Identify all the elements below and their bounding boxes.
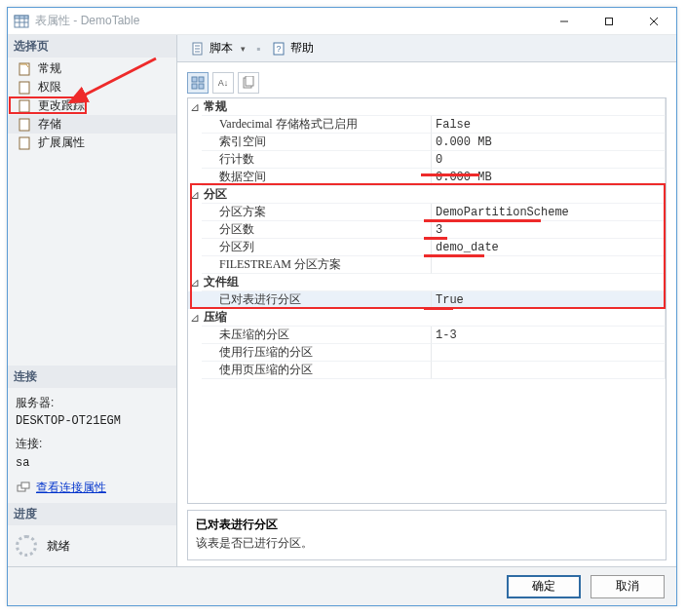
prop-value <box>432 344 666 362</box>
svg-text:?: ? <box>277 44 282 54</box>
cat-filegroup: 文件组 <box>202 274 666 291</box>
desc-text: 该表是否已进行分区。 <box>196 535 658 552</box>
sidebar-item-general[interactable]: 常规 <box>8 59 176 78</box>
prop-label: 未压缩的分区 <box>202 327 432 344</box>
svg-rect-13 <box>19 137 29 149</box>
prop-label: FILESTREAM 分区方案 <box>202 256 432 274</box>
prop-value <box>432 362 666 379</box>
sidebar-item-changetracking[interactable]: 更改跟踪 <box>8 96 176 115</box>
svg-rect-1 <box>15 16 28 19</box>
page-icon <box>18 98 33 114</box>
close-button[interactable] <box>631 8 676 35</box>
page-icon <box>18 117 33 133</box>
prop-label: 数据空间 <box>202 169 432 186</box>
expand-toggle[interactable]: ⊿ <box>188 311 202 325</box>
propgrid-toolbar: A↓ <box>187 72 667 94</box>
ok-button[interactable]: 确定 <box>507 575 581 598</box>
prop-value: 3 <box>432 221 666 239</box>
alpha-sort-button[interactable]: A↓ <box>212 72 234 94</box>
prop-value: 0.000 MB <box>432 169 666 186</box>
prop-label: 行计数 <box>202 151 432 169</box>
sidebar-header-select: 选择页 <box>8 35 176 58</box>
main-panel: 脚本 ▪ ? 帮助 A↓ ⊿常规 Vardecimal 存储格式已启用False <box>177 35 676 566</box>
minimize-button[interactable] <box>542 8 587 35</box>
property-description: 已对表进行分区 该表是否已进行分区。 <box>187 510 667 560</box>
categorized-view-button[interactable] <box>187 72 209 94</box>
svg-rect-19 <box>192 77 197 82</box>
table-icon <box>14 14 29 29</box>
sidebar-header-progress: 进度 <box>8 503 176 525</box>
prop-value: DemoPartitionScheme <box>432 204 666 221</box>
svg-rect-10 <box>19 82 29 94</box>
prop-value: 0 <box>432 151 666 169</box>
help-button[interactable]: ? 帮助 <box>264 37 321 59</box>
sidebar-header-connection: 连接 <box>8 366 176 388</box>
sidebar-item-storage[interactable]: 存储 <box>8 115 176 134</box>
svg-rect-21 <box>192 84 197 89</box>
script-button[interactable]: 脚本 <box>183 37 252 59</box>
svg-rect-15 <box>21 482 29 488</box>
cat-general: 常规 <box>202 98 666 116</box>
dialog-footer: 确定 取消 <box>8 566 676 605</box>
conn-conn-value: sa <box>16 454 169 473</box>
property-grid[interactable]: ⊿常规 Vardecimal 存储格式已启用False 索引空间0.000 MB… <box>187 97 667 504</box>
maximize-button[interactable] <box>587 8 631 35</box>
cancel-button[interactable]: 取消 <box>591 575 665 598</box>
prop-label: 索引空间 <box>202 134 432 151</box>
expand-toggle[interactable]: ⊿ <box>188 276 202 289</box>
prop-value: 0.000 MB <box>432 134 666 151</box>
svg-rect-24 <box>246 76 253 86</box>
page-icon <box>18 135 33 151</box>
script-icon <box>190 41 206 57</box>
view-connection-link[interactable]: 查看连接属性 <box>16 479 169 497</box>
progress-spinner-icon <box>16 535 37 557</box>
propgrid-pages-button[interactable] <box>238 72 259 94</box>
svg-rect-22 <box>199 84 204 89</box>
page-icon <box>18 80 33 96</box>
svg-rect-20 <box>199 77 204 82</box>
prop-value <box>432 256 666 274</box>
conn-server-label: 服务器: <box>16 394 169 412</box>
prop-value: True <box>432 291 666 309</box>
prop-value: demo_date <box>432 239 666 256</box>
prop-label: Vardecimal 存储格式已启用 <box>202 116 432 134</box>
prop-value: 1-3 <box>432 327 666 344</box>
help-icon: ? <box>271 41 286 57</box>
expand-toggle[interactable]: ⊿ <box>188 188 202 202</box>
desc-title: 已对表进行分区 <box>196 517 658 533</box>
prop-label: 使用行压缩的分区 <box>202 344 432 362</box>
sidebar-item-extendedprops[interactable]: 扩展属性 <box>8 134 176 152</box>
prop-label: 分区列 <box>202 239 432 256</box>
svg-rect-6 <box>606 18 613 24</box>
prop-label: 使用页压缩的分区 <box>202 362 432 379</box>
cat-partition: 分区 <box>202 186 666 204</box>
conn-server-value: DESKTOP-OT21EGM <box>16 412 169 431</box>
sidebar: 选择页 常规 权限 更改跟踪 存储 <box>8 35 177 566</box>
prop-value: False <box>432 116 666 134</box>
link-icon <box>16 480 31 495</box>
page-icon <box>18 61 33 77</box>
expand-toggle[interactable]: ⊿ <box>188 100 202 114</box>
svg-rect-11 <box>19 100 29 112</box>
progress-status: 就绪 <box>47 538 70 555</box>
prop-label: 分区方案 <box>202 204 432 221</box>
titlebar: 表属性 - DemoTable <box>8 8 676 35</box>
window-title: 表属性 - DemoTable <box>35 13 139 29</box>
conn-conn-label: 连接: <box>16 435 169 453</box>
cat-compress: 压缩 <box>202 309 666 327</box>
svg-rect-9 <box>19 63 29 75</box>
dialog-window: 表属性 - DemoTable 选择页 常规 权限 更改跟踪 <box>7 7 677 606</box>
sidebar-item-permissions[interactable]: 权限 <box>8 78 176 96</box>
svg-rect-12 <box>19 119 29 131</box>
prop-label: 分区数 <box>202 221 432 239</box>
main-toolbar: 脚本 ▪ ? 帮助 <box>177 35 676 62</box>
prop-label: 已对表进行分区 <box>202 291 432 309</box>
